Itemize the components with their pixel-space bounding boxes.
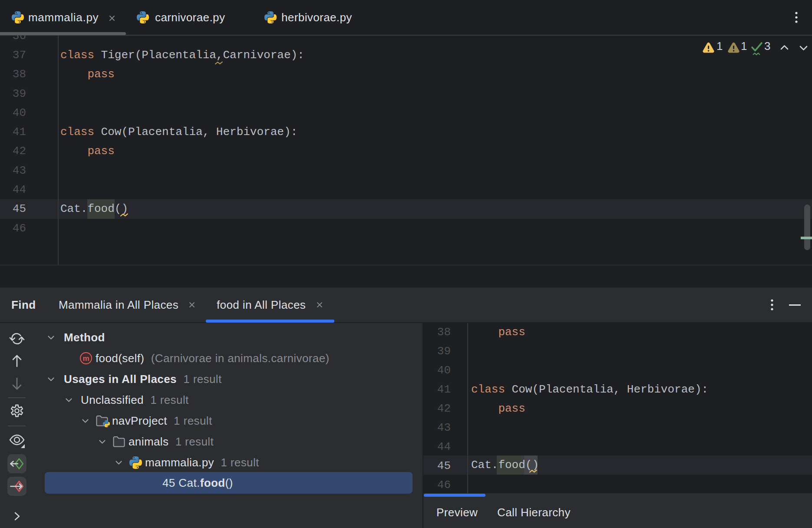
svg-text:m: m (83, 354, 89, 363)
